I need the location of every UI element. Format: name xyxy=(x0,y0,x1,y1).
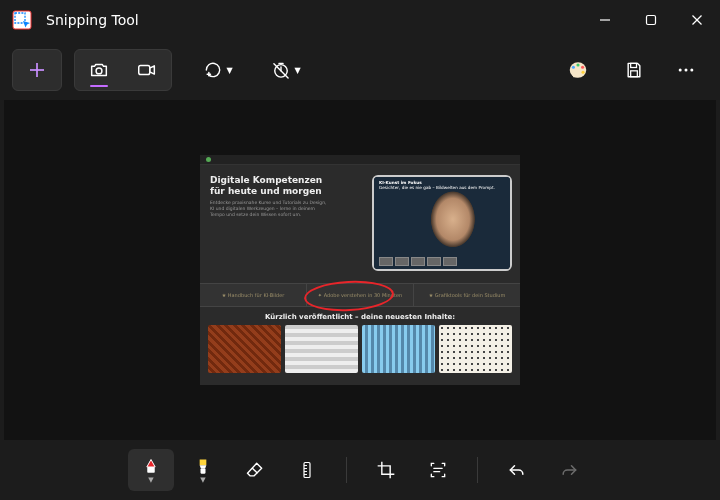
video-mode-button[interactable] xyxy=(123,50,171,90)
capture-mode-group xyxy=(74,49,172,91)
sh-ribbon-3: ★ Grafiktools für dein Studium xyxy=(413,284,520,306)
save-button[interactable] xyxy=(612,50,656,90)
new-snip-button[interactable] xyxy=(12,49,62,91)
chevron-down-icon: ▼ xyxy=(226,66,232,75)
chevron-down-icon: ▼ xyxy=(294,66,300,75)
chevron-down-icon: ▼ xyxy=(148,476,153,484)
snip-shape-dropdown[interactable]: ▼ xyxy=(196,50,240,90)
svg-line-29 xyxy=(252,468,257,473)
svg-rect-28 xyxy=(201,468,206,473)
crop-tool-button[interactable] xyxy=(363,449,409,491)
sh-tiles xyxy=(200,325,520,379)
sh-hero-body: Entdecke praxisnahe Kurse und Tutorials … xyxy=(210,200,330,219)
sh-ribbon-1: ★ Handbuch für KI-Bilder xyxy=(200,284,306,306)
photo-mode-button[interactable] xyxy=(75,50,123,90)
sh-tablet-subline: Gesichter, die es nie gab – Bildwelten a… xyxy=(379,185,505,190)
undo-button[interactable] xyxy=(494,449,540,491)
eraser-tool-button[interactable] xyxy=(232,449,278,491)
svg-point-18 xyxy=(576,63,579,66)
edit-in-paint-button[interactable] xyxy=(556,50,600,90)
svg-point-17 xyxy=(572,66,575,69)
svg-rect-26 xyxy=(147,467,155,473)
canvas-area[interactable]: Digitale Kompetenzenfür heute und morgen… xyxy=(4,100,716,440)
editor-toolbar: ▼ ▼ xyxy=(0,440,720,500)
separator xyxy=(477,457,478,483)
window-minimize-button[interactable] xyxy=(582,0,628,40)
svg-point-8 xyxy=(96,68,102,74)
sh-hero: Digitale Kompetenzenfür heute und morgen… xyxy=(200,165,520,283)
app-icon xyxy=(12,10,32,30)
pen-tool-button[interactable]: ▼ xyxy=(128,449,174,491)
svg-point-25 xyxy=(690,69,693,72)
chevron-down-icon: ▼ xyxy=(200,476,205,484)
sh-hero-title-1: Digitale Kompetenzen xyxy=(210,175,322,185)
redo-button[interactable] xyxy=(546,449,592,491)
delay-dropdown[interactable]: ▼ xyxy=(264,50,308,90)
more-options-button[interactable] xyxy=(664,50,708,90)
sh-topnav xyxy=(200,155,520,165)
ruler-tool-button[interactable] xyxy=(284,449,330,491)
window-close-button[interactable] xyxy=(674,0,720,40)
svg-point-20 xyxy=(581,71,584,74)
active-mode-indicator xyxy=(90,85,108,88)
window-maximize-button[interactable] xyxy=(628,0,674,40)
sh-ribbon-2: ✦ Adobe verstehen in 30 Minuten xyxy=(306,284,413,306)
svg-rect-22 xyxy=(631,71,638,77)
captured-screenshot: Digitale Kompetenzenfür heute und morgen… xyxy=(200,155,520,385)
sh-recent-label: Kürzlich veröffentlicht – deine neuesten… xyxy=(200,307,520,325)
svg-rect-21 xyxy=(631,63,637,67)
top-toolbar: ▼ ▼ xyxy=(0,40,720,100)
text-extract-button[interactable] xyxy=(415,449,461,491)
titlebar: Snipping Tool xyxy=(0,0,720,40)
svg-point-19 xyxy=(581,66,584,69)
svg-point-23 xyxy=(679,69,682,72)
svg-rect-0 xyxy=(13,11,31,29)
svg-point-24 xyxy=(685,69,688,72)
svg-rect-9 xyxy=(139,65,150,74)
svg-rect-3 xyxy=(647,16,656,25)
sh-ribbon: ★ Handbuch für KI-Bilder ✦ Adobe versteh… xyxy=(200,283,520,307)
highlighter-tool-button[interactable]: ▼ xyxy=(180,449,226,491)
svg-rect-27 xyxy=(200,459,207,465)
separator xyxy=(346,457,347,483)
app-title: Snipping Tool xyxy=(46,12,139,28)
svg-rect-30 xyxy=(304,463,310,478)
svg-line-15 xyxy=(274,64,288,78)
sh-hero-title-2: für heute und morgen xyxy=(210,186,322,196)
sh-tablet-mockup: KI-Kunst im Fokus Gesichter, die es nie … xyxy=(372,175,512,271)
